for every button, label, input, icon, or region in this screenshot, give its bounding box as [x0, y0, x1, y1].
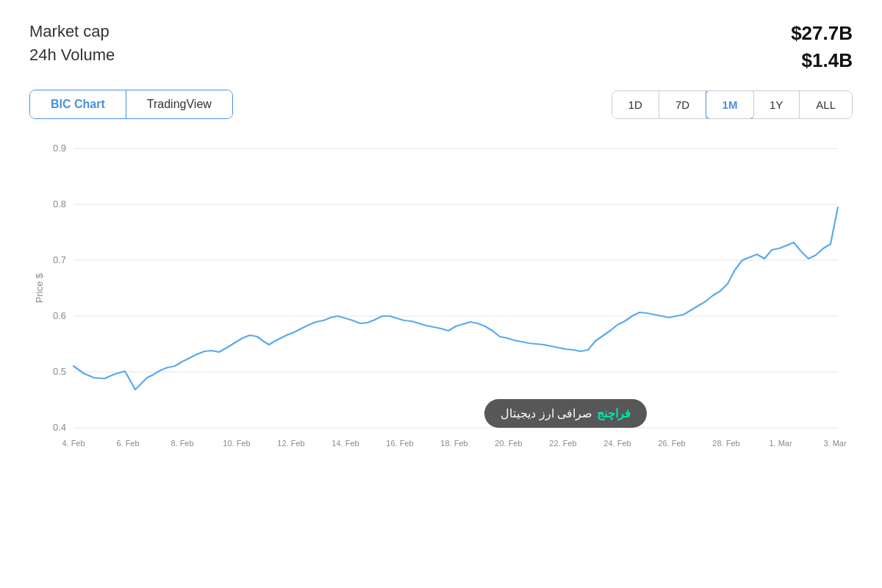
- volume-value: $1.4B: [802, 49, 853, 72]
- chart-svg: 0.9 0.8 0.7 0.6 0.5 0.4 Price $ 4. Feb 6…: [29, 134, 853, 487]
- svg-text:24. Feb: 24. Feb: [603, 439, 631, 448]
- svg-text:4. Feb: 4. Feb: [62, 439, 85, 448]
- watermark-text: صرافی ارز دیجیتال: [501, 406, 592, 420]
- watermark: فراچنج صرافی ارز دیجیتال: [484, 399, 647, 428]
- stats-labels: Market cap 24h Volume: [29, 22, 115, 65]
- svg-text:18. Feb: 18. Feb: [440, 439, 467, 448]
- time-tab-7d[interactable]: 7D: [659, 91, 706, 118]
- time-tab-1d[interactable]: 1D: [612, 91, 659, 118]
- svg-text:20. Feb: 20. Feb: [495, 439, 522, 448]
- svg-text:Price $: Price $: [34, 273, 45, 303]
- watermark-brand: فراچنج: [597, 406, 631, 420]
- market-cap-label: Market cap: [29, 22, 115, 41]
- svg-text:8. Feb: 8. Feb: [171, 439, 193, 448]
- svg-text:0.7: 0.7: [53, 254, 66, 265]
- price-line: [74, 207, 838, 390]
- time-tab-1y[interactable]: 1Y: [753, 91, 800, 118]
- svg-text:3. Mar: 3. Mar: [823, 439, 847, 448]
- svg-text:10. Feb: 10. Feb: [223, 439, 250, 448]
- svg-text:26. Feb: 26. Feb: [658, 439, 685, 448]
- svg-text:0.4: 0.4: [53, 422, 66, 433]
- time-tabs: 1D 7D 1M 1Y ALL: [612, 90, 853, 119]
- svg-text:1. Mar: 1. Mar: [769, 439, 792, 448]
- svg-text:0.5: 0.5: [53, 366, 66, 377]
- market-cap-value: $27.7B: [791, 22, 853, 45]
- svg-text:0.8: 0.8: [53, 198, 66, 209]
- svg-text:0.6: 0.6: [53, 310, 66, 321]
- stats-values: $27.7B $1.4B: [791, 22, 853, 72]
- svg-text:12. Feb: 12. Feb: [277, 439, 304, 448]
- svg-text:14. Feb: 14. Feb: [331, 439, 359, 448]
- chart-type-tabs: BIC Chart TradingView: [29, 90, 233, 119]
- controls-row: BIC Chart TradingView 1D 7D 1M 1Y ALL: [29, 90, 853, 119]
- stats-row: Market cap 24h Volume $27.7B $1.4B: [29, 22, 853, 72]
- svg-text:0.9: 0.9: [53, 143, 66, 154]
- chart-area: 0.9 0.8 0.7 0.6 0.5 0.4 Price $ 4. Feb 6…: [29, 134, 853, 487]
- volume-label: 24h Volume: [29, 46, 115, 65]
- tab-trading-view[interactable]: TradingView: [126, 90, 232, 118]
- svg-text:22. Feb: 22. Feb: [549, 439, 576, 448]
- svg-text:6. Feb: 6. Feb: [116, 439, 139, 448]
- svg-text:28. Feb: 28. Feb: [712, 439, 739, 448]
- svg-text:16. Feb: 16. Feb: [386, 439, 413, 448]
- time-tab-1m[interactable]: 1M: [706, 90, 755, 119]
- time-tab-all[interactable]: ALL: [800, 91, 852, 118]
- tab-bic-chart[interactable]: BIC Chart: [30, 90, 126, 118]
